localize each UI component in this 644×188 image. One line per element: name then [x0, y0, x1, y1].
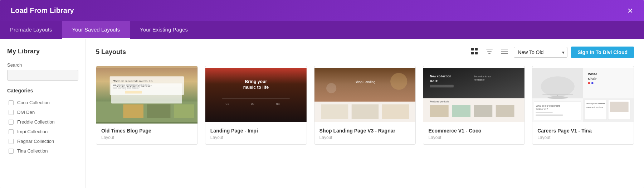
svg-rect-6	[501, 53, 508, 54]
layout-thumbnail-2: Bring your music to life 01 02 03	[205, 66, 307, 124]
svg-rect-13	[125, 91, 142, 94]
svg-rect-26	[321, 104, 348, 119]
svg-rect-40	[430, 105, 449, 117]
grid-view-button[interactable]	[469, 46, 480, 58]
category-label-tina: Tina Collection	[17, 148, 48, 154]
search-label: Search	[7, 62, 78, 68]
category-checkbox-impi[interactable]	[9, 129, 14, 134]
layout-thumbnail-3: Shop Landing	[314, 66, 416, 124]
load-from-library-modal: Load From Library ✕ Premade Layouts Your…	[0, 0, 644, 188]
grid-icon	[471, 48, 478, 55]
svg-text:Shop Landing: Shop Landing	[355, 80, 375, 84]
svg-text:Bring your: Bring your	[245, 79, 267, 84]
thumbnail-svg-4: New collection DATE Subscribe to our new…	[423, 66, 525, 124]
sign-in-divi-cloud-button[interactable]: Sign In To Divi Cloud	[571, 47, 634, 58]
category-checkbox-freddie[interactable]	[9, 120, 14, 125]
layout-thumbnail-5: White Chair Exciting new summer chairs a…	[532, 66, 634, 124]
svg-rect-53	[591, 82, 594, 84]
thumbnail-svg-2: Bring your music to life 01 02 03	[205, 66, 307, 124]
category-item[interactable]: Tina Collection	[7, 146, 78, 156]
category-label-divi-den: Divi Den	[17, 110, 35, 115]
svg-text:Subscribe to our: Subscribe to our	[474, 75, 492, 78]
category-item[interactable]: Divi Den	[7, 107, 78, 117]
category-label-impi: Impi Collection	[17, 129, 48, 134]
tab-saved-layouts[interactable]: Your Saved Layouts	[62, 21, 130, 39]
svg-text:01: 01	[225, 102, 229, 106]
svg-rect-27	[351, 104, 378, 119]
layout-type-4: Layout	[428, 135, 519, 140]
svg-text:DATE: DATE	[430, 79, 438, 83]
list-view-button[interactable]	[499, 46, 510, 58]
svg-point-31	[390, 73, 407, 90]
layout-card-4[interactable]: New collection DATE Subscribe to our new…	[423, 66, 525, 145]
search-input[interactable]	[7, 70, 78, 81]
layouts-grid: "There are no secrets to success. It is …	[96, 66, 634, 145]
layout-card-5[interactable]: White Chair Exciting new summer chairs a…	[532, 66, 634, 145]
layout-thumbnail-4: New collection DATE Subscribe to our new…	[423, 66, 525, 124]
thumbnail-svg-3: Shop Landing	[314, 66, 416, 124]
svg-rect-14	[123, 104, 143, 118]
svg-text:Exciting new summer: Exciting new summer	[586, 102, 605, 105]
svg-rect-64	[536, 115, 563, 116]
svg-text:What do our customers: What do our customers	[536, 105, 561, 107]
layout-name-2: Landing Page - Impi	[210, 128, 302, 134]
layout-thumbnail-1: "There are no secrets to success. It is …	[96, 66, 197, 124]
svg-text:White: White	[588, 72, 597, 76]
tab-premade-layouts[interactable]: Premade Layouts	[0, 21, 62, 39]
svg-rect-15	[147, 104, 170, 118]
category-checkbox-tina[interactable]	[9, 149, 14, 154]
svg-text:music to life: music to life	[243, 85, 269, 90]
svg-text:"There are no secrets to succe: "There are no secrets to success. It is	[113, 80, 153, 82]
svg-text:Chair: Chair	[588, 77, 597, 81]
svg-point-46	[541, 76, 575, 97]
svg-text:New collection: New collection	[430, 74, 451, 78]
category-item[interactable]: Impi Collection	[7, 127, 78, 136]
thumbnail-svg-1: "There are no secrets to success. It is …	[96, 66, 197, 124]
sort-select[interactable]: New To Old Old To New A-Z Z-A	[514, 47, 567, 58]
layout-card-3[interactable]: Shop Landing Shop Landing Page V3 - Ragn…	[314, 66, 416, 145]
category-checkbox-ragnar[interactable]	[9, 139, 14, 144]
svg-text:Featured products: Featured products	[430, 100, 449, 103]
svg-rect-4	[501, 49, 508, 49]
svg-rect-59	[610, 102, 629, 112]
toolbar-right: New To Old Old To New A-Z Z-A Sign In To…	[469, 46, 634, 58]
list-icon	[501, 48, 508, 55]
svg-rect-28	[382, 104, 409, 119]
layout-type-5: Layout	[537, 135, 629, 140]
sidebar: My Library Search Categories Coco Collec…	[0, 39, 86, 188]
category-item[interactable]: Ragnar Collection	[7, 136, 78, 146]
category-checkbox-coco[interactable]	[9, 100, 14, 105]
layout-name-5: Careers Page V1 - Tina	[537, 128, 629, 134]
svg-text:chairs and furniture: chairs and furniture	[586, 106, 603, 108]
sidebar-title: My Library	[7, 48, 78, 55]
sort-select-wrapper: New To Old Old To New A-Z Z-A	[514, 47, 567, 58]
svg-rect-1	[475, 48, 478, 50]
layout-name-1: Old Times Blog Page	[101, 128, 192, 134]
layout-name-4: Ecommerce V1 - Coco	[428, 128, 519, 134]
svg-rect-17	[205, 68, 307, 122]
filter-button[interactable]	[484, 46, 495, 58]
layout-card-2[interactable]: Bring your music to life 01 02 03 Landin…	[205, 66, 307, 145]
layout-type-3: Layout	[319, 135, 411, 140]
svg-text:03: 03	[276, 102, 280, 106]
category-checkbox-divi-den[interactable]	[9, 110, 14, 115]
main-toolbar: 5 Layouts	[96, 46, 634, 58]
svg-rect-16	[174, 104, 194, 118]
svg-rect-63	[536, 112, 553, 113]
layout-info-2: Landing Page - Impi Layout	[205, 124, 307, 144]
close-button[interactable]: ✕	[627, 7, 633, 14]
tab-existing-pages[interactable]: Your Existing Pages	[130, 21, 198, 39]
thumbnail-svg-5: White Chair Exciting new summer chairs a…	[532, 66, 634, 124]
category-item[interactable]: Coco Collection	[7, 98, 78, 107]
main-content: 5 Layouts	[86, 39, 644, 188]
categories-title: Categories	[7, 88, 78, 93]
category-label-freddie: Freddie Collection	[17, 119, 55, 125]
svg-rect-32	[423, 68, 525, 98]
svg-rect-2	[471, 52, 474, 54]
layout-card-1[interactable]: "There are no secrets to success. It is …	[96, 66, 198, 145]
layout-info-3: Shop Landing Page V3 - Ragnar Layout	[314, 124, 416, 144]
svg-text:think of us?: think of us?	[536, 108, 548, 110]
svg-rect-41	[452, 105, 471, 117]
svg-rect-5	[501, 51, 508, 52]
category-item[interactable]: Freddie Collection	[7, 117, 78, 127]
